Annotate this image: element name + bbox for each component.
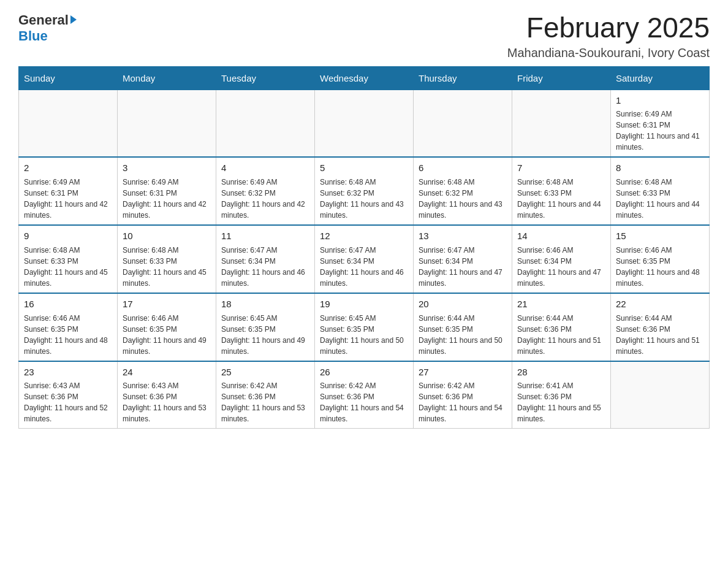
calendar-cell: 5Sunrise: 6:48 AM Sunset: 6:32 PM Daylig… [315,157,414,225]
calendar-cell: 13Sunrise: 6:47 AM Sunset: 6:34 PM Dayli… [414,225,512,293]
day-info: Sunrise: 6:48 AM Sunset: 6:32 PM Dayligh… [419,177,507,221]
calendar-cell: 20Sunrise: 6:44 AM Sunset: 6:35 PM Dayli… [414,293,512,361]
calendar-header-monday: Monday [118,66,216,90]
day-info: Sunrise: 6:42 AM Sunset: 6:36 PM Dayligh… [419,380,507,424]
day-number: 18 [221,297,309,311]
page-header: General Blue February 2025 Mahandiana-So… [18,12,710,60]
day-number: 16 [24,297,112,311]
calendar-week-row: 23Sunrise: 6:43 AM Sunset: 6:36 PM Dayli… [19,361,710,429]
calendar-cell: 25Sunrise: 6:42 AM Sunset: 6:36 PM Dayli… [216,361,315,429]
day-info: Sunrise: 6:47 AM Sunset: 6:34 PM Dayligh… [320,245,408,289]
calendar-header-wednesday: Wednesday [315,66,414,90]
calendar-cell: 9Sunrise: 6:48 AM Sunset: 6:33 PM Daylig… [19,225,118,293]
day-number: 14 [517,229,605,243]
calendar-header-saturday: Saturday [611,66,710,90]
day-info: Sunrise: 6:46 AM Sunset: 6:35 PM Dayligh… [616,245,704,289]
calendar-header-thursday: Thursday [414,66,512,90]
calendar-cell: 3Sunrise: 6:49 AM Sunset: 6:31 PM Daylig… [118,157,216,225]
calendar-cell: 22Sunrise: 6:44 AM Sunset: 6:36 PM Dayli… [611,293,710,361]
calendar-header-row: SundayMondayTuesdayWednesdayThursdayFrid… [19,66,710,90]
logo-general-text: General [18,12,69,28]
calendar-cell: 26Sunrise: 6:42 AM Sunset: 6:36 PM Dayli… [315,361,414,429]
day-info: Sunrise: 6:47 AM Sunset: 6:34 PM Dayligh… [221,245,309,289]
day-number: 12 [320,229,408,243]
day-info: Sunrise: 6:46 AM Sunset: 6:35 PM Dayligh… [123,313,211,357]
day-info: Sunrise: 6:46 AM Sunset: 6:35 PM Dayligh… [24,313,112,357]
day-number: 3 [123,161,211,175]
calendar-cell: 21Sunrise: 6:44 AM Sunset: 6:36 PM Dayli… [512,293,611,361]
logo-blue-text: Blue [18,28,48,44]
calendar-cell: 23Sunrise: 6:43 AM Sunset: 6:36 PM Dayli… [19,361,118,429]
calendar-cell [414,90,512,157]
logo-arrow-icon [70,15,77,24]
day-info: Sunrise: 6:48 AM Sunset: 6:33 PM Dayligh… [616,177,704,221]
calendar-cell: 17Sunrise: 6:46 AM Sunset: 6:35 PM Dayli… [118,293,216,361]
calendar-cell: 14Sunrise: 6:46 AM Sunset: 6:34 PM Dayli… [512,225,611,293]
day-number: 9 [24,229,112,243]
day-number: 22 [616,297,704,311]
day-number: 5 [320,161,408,175]
calendar-cell: 4Sunrise: 6:49 AM Sunset: 6:32 PM Daylig… [216,157,315,225]
logo-blue-part [69,17,77,24]
day-info: Sunrise: 6:48 AM Sunset: 6:32 PM Dayligh… [320,177,408,221]
day-info: Sunrise: 6:42 AM Sunset: 6:36 PM Dayligh… [221,380,309,424]
subtitle: Mahandiana-Soukourani, Ivory Coast [507,46,710,60]
calendar-header-friday: Friday [512,66,611,90]
day-info: Sunrise: 6:49 AM Sunset: 6:32 PM Dayligh… [221,177,309,221]
day-number: 1 [616,94,704,107]
calendar-cell: 24Sunrise: 6:43 AM Sunset: 6:36 PM Dayli… [118,361,216,429]
day-number: 24 [123,366,211,379]
calendar-cell: 15Sunrise: 6:46 AM Sunset: 6:35 PM Dayli… [611,225,710,293]
calendar-header-tuesday: Tuesday [216,66,315,90]
day-number: 2 [24,161,112,175]
calendar-cell [512,90,611,157]
day-number: 21 [517,297,605,311]
day-info: Sunrise: 6:48 AM Sunset: 6:33 PM Dayligh… [517,177,605,221]
day-info: Sunrise: 6:45 AM Sunset: 6:35 PM Dayligh… [221,313,309,357]
calendar-cell: 6Sunrise: 6:48 AM Sunset: 6:32 PM Daylig… [414,157,512,225]
day-number: 20 [419,297,507,311]
day-number: 23 [24,366,112,379]
day-info: Sunrise: 6:44 AM Sunset: 6:36 PM Dayligh… [517,313,605,357]
calendar-cell: 28Sunrise: 6:41 AM Sunset: 6:36 PM Dayli… [512,361,611,429]
day-info: Sunrise: 6:48 AM Sunset: 6:33 PM Dayligh… [123,245,211,289]
calendar-cell [216,90,315,157]
day-info: Sunrise: 6:49 AM Sunset: 6:31 PM Dayligh… [123,177,211,221]
calendar-week-row: 2Sunrise: 6:49 AM Sunset: 6:31 PM Daylig… [19,157,710,225]
day-info: Sunrise: 6:49 AM Sunset: 6:31 PM Dayligh… [616,109,704,153]
calendar-cell [19,90,118,157]
day-info: Sunrise: 6:43 AM Sunset: 6:36 PM Dayligh… [123,380,211,424]
day-info: Sunrise: 6:41 AM Sunset: 6:36 PM Dayligh… [517,380,605,424]
title-section: February 2025 Mahandiana-Soukourani, Ivo… [507,12,710,60]
day-number: 27 [419,366,507,379]
calendar-cell: 11Sunrise: 6:47 AM Sunset: 6:34 PM Dayli… [216,225,315,293]
calendar-cell: 12Sunrise: 6:47 AM Sunset: 6:34 PM Dayli… [315,225,414,293]
calendar-cell: 10Sunrise: 6:48 AM Sunset: 6:33 PM Dayli… [118,225,216,293]
calendar-header-sunday: Sunday [19,66,118,90]
calendar-week-row: 16Sunrise: 6:46 AM Sunset: 6:35 PM Dayli… [19,293,710,361]
day-info: Sunrise: 6:44 AM Sunset: 6:36 PM Dayligh… [616,313,704,357]
main-title: February 2025 [507,12,710,44]
day-number: 10 [123,229,211,243]
day-number: 8 [616,161,704,175]
day-info: Sunrise: 6:45 AM Sunset: 6:35 PM Dayligh… [320,313,408,357]
calendar-week-row: 1Sunrise: 6:49 AM Sunset: 6:31 PM Daylig… [19,90,710,157]
calendar-cell: 27Sunrise: 6:42 AM Sunset: 6:36 PM Dayli… [414,361,512,429]
day-number: 11 [221,229,309,243]
calendar-cell [118,90,216,157]
day-number: 13 [419,229,507,243]
day-info: Sunrise: 6:42 AM Sunset: 6:36 PM Dayligh… [320,380,408,424]
calendar-cell: 16Sunrise: 6:46 AM Sunset: 6:35 PM Dayli… [19,293,118,361]
calendar-cell: 2Sunrise: 6:49 AM Sunset: 6:31 PM Daylig… [19,157,118,225]
calendar-cell [315,90,414,157]
day-number: 4 [221,161,309,175]
day-number: 6 [419,161,507,175]
day-info: Sunrise: 6:46 AM Sunset: 6:34 PM Dayligh… [517,245,605,289]
day-info: Sunrise: 6:44 AM Sunset: 6:35 PM Dayligh… [419,313,507,357]
calendar-cell: 7Sunrise: 6:48 AM Sunset: 6:33 PM Daylig… [512,157,611,225]
calendar-cell: 18Sunrise: 6:45 AM Sunset: 6:35 PM Dayli… [216,293,315,361]
day-number: 25 [221,366,309,379]
day-info: Sunrise: 6:43 AM Sunset: 6:36 PM Dayligh… [24,380,112,424]
calendar-cell: 1Sunrise: 6:49 AM Sunset: 6:31 PM Daylig… [611,90,710,157]
calendar-table: SundayMondayTuesdayWednesdayThursdayFrid… [18,66,710,429]
